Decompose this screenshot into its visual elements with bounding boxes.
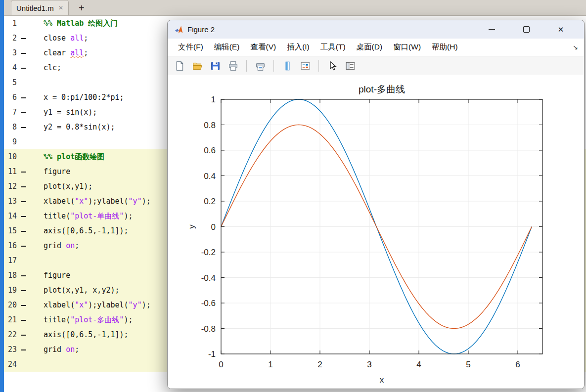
window-controls: ✕ bbox=[468, 20, 584, 39]
close-icon: ✕ bbox=[558, 25, 564, 34]
line-number[interactable]: 5 bbox=[4, 78, 17, 87]
toolbar-new-figure-button[interactable] bbox=[173, 59, 186, 72]
code-text: close all; bbox=[30, 34, 88, 43]
svg-text:-0.8: -0.8 bbox=[201, 324, 216, 334]
code-text: grid on; bbox=[30, 241, 79, 250]
menu-item-tools[interactable]: 工具(T) bbox=[315, 39, 351, 56]
executable-line-marker[interactable] bbox=[17, 63, 30, 72]
executable-line-marker[interactable] bbox=[17, 315, 30, 324]
executable-line-marker[interactable] bbox=[17, 34, 30, 43]
executable-line-marker[interactable] bbox=[17, 271, 30, 280]
line-number[interactable]: 2 bbox=[4, 34, 17, 43]
desktop-edge bbox=[0, 0, 4, 392]
line-number[interactable]: 18 bbox=[4, 271, 17, 280]
line-number[interactable]: 24 bbox=[4, 360, 17, 369]
svg-text:plot-多曲线: plot-多曲线 bbox=[359, 84, 405, 94]
executable-line-marker[interactable] bbox=[17, 48, 30, 57]
executable-line-marker[interactable] bbox=[17, 167, 30, 176]
menu-item-file[interactable]: 文件(F) bbox=[173, 39, 209, 56]
menu-item-edit[interactable]: 编辑(E) bbox=[209, 39, 245, 56]
line-number[interactable]: 11 bbox=[4, 167, 17, 176]
menu-item-window[interactable]: 窗口(W) bbox=[388, 39, 426, 56]
new-figure-icon bbox=[175, 61, 185, 71]
line-number[interactable]: 3 bbox=[4, 48, 17, 57]
toolbar-open-file-button[interactable] bbox=[190, 59, 204, 72]
toolbar-save-figure-button[interactable] bbox=[208, 59, 222, 72]
line-number[interactable]: 10 bbox=[4, 152, 17, 161]
svg-text:0.4: 0.4 bbox=[204, 172, 216, 181]
window-title: Figure 2 bbox=[187, 25, 468, 34]
line-number[interactable]: 8 bbox=[4, 123, 17, 131]
save-figure-icon bbox=[210, 61, 221, 71]
menu-item-insert[interactable]: 插入(I) bbox=[281, 39, 315, 56]
line-number[interactable]: 7 bbox=[4, 108, 17, 117]
toolbar-edit-plot-button[interactable] bbox=[325, 59, 339, 72]
maximize-button[interactable] bbox=[515, 20, 538, 39]
minimize-button[interactable] bbox=[480, 20, 503, 39]
executable-line-marker[interactable] bbox=[17, 241, 30, 250]
svg-text:-1: -1 bbox=[208, 349, 216, 359]
plot-canvas: 0123456-1-0.8-0.6-0.4-0.200.20.40.60.81p… bbox=[168, 75, 584, 389]
toolbar-print-figure-button[interactable] bbox=[226, 59, 240, 72]
line-number[interactable]: 17 bbox=[4, 256, 17, 265]
line-number[interactable]: 12 bbox=[4, 182, 17, 191]
executable-line-marker[interactable] bbox=[17, 286, 30, 295]
figure-title-bar[interactable]: Figure 2 ✕ bbox=[168, 20, 584, 39]
property-inspector-icon bbox=[345, 61, 356, 71]
code-text: grid on; bbox=[30, 345, 79, 354]
line-number[interactable]: 13 bbox=[4, 197, 17, 206]
line-number[interactable]: 14 bbox=[4, 212, 17, 220]
line-number[interactable]: 9 bbox=[4, 137, 17, 146]
line-number[interactable]: 23 bbox=[4, 345, 17, 354]
svg-text:3: 3 bbox=[367, 360, 371, 369]
code-text: clc; bbox=[30, 63, 61, 72]
executable-line-marker[interactable] bbox=[17, 197, 30, 206]
line-number[interactable]: 22 bbox=[4, 330, 17, 339]
svg-text:0.2: 0.2 bbox=[204, 197, 216, 206]
code-text: plot(x,y1, x,y2); bbox=[30, 286, 120, 295]
svg-text:x: x bbox=[380, 375, 384, 385]
tab-untitled1[interactable]: Untitled1.m ✕ bbox=[11, 0, 69, 15]
figure-window: Figure 2 ✕ 文件(F)编辑(E)查看(V)插入(I)工具(T)桌面(D… bbox=[167, 20, 585, 389]
executable-line-marker[interactable] bbox=[17, 345, 30, 354]
toolbar-print-preview-button[interactable] bbox=[253, 59, 267, 72]
executable-line-marker[interactable] bbox=[17, 330, 30, 339]
code-text: xlabel("x");ylabel("y"); bbox=[30, 301, 151, 309]
toolbar-property-inspector-button[interactable] bbox=[343, 59, 357, 72]
dock-arrow-icon[interactable]: ↘ bbox=[573, 39, 578, 56]
svg-text:1: 1 bbox=[268, 360, 272, 369]
toolbar-insert-legend-button[interactable] bbox=[298, 59, 312, 72]
open-file-icon bbox=[192, 61, 203, 71]
executable-line-marker[interactable] bbox=[17, 123, 30, 131]
line-number[interactable]: 21 bbox=[4, 315, 17, 324]
menu-item-view[interactable]: 查看(V) bbox=[245, 39, 281, 56]
line-number[interactable]: 4 bbox=[4, 63, 17, 72]
executable-line-marker[interactable] bbox=[17, 301, 30, 309]
executable-line-marker[interactable] bbox=[17, 182, 30, 191]
plot-svg: 0123456-1-0.8-0.6-0.4-0.200.20.40.60.81p… bbox=[168, 75, 583, 388]
code-text: y1 = sin(x); bbox=[30, 108, 97, 117]
editor-tab-bar: Untitled1.m ✕ + bbox=[4, 0, 586, 16]
executable-line-marker[interactable] bbox=[17, 212, 30, 220]
executable-line-marker[interactable] bbox=[17, 108, 30, 117]
menu-item-desktop[interactable]: 桌面(D) bbox=[351, 39, 388, 56]
line-number[interactable]: 16 bbox=[4, 241, 17, 250]
new-tab-button[interactable]: + bbox=[75, 0, 89, 15]
executable-line-marker[interactable] bbox=[17, 226, 30, 235]
svg-text:0.6: 0.6 bbox=[204, 146, 216, 155]
toolbar-separator bbox=[246, 60, 247, 72]
svg-text:2: 2 bbox=[317, 360, 322, 369]
matlab-icon bbox=[174, 25, 183, 34]
print-preview-icon bbox=[255, 61, 266, 71]
tab-close-icon[interactable]: ✕ bbox=[58, 4, 63, 11]
menu-item-help[interactable]: 帮助(H) bbox=[426, 39, 463, 56]
line-number[interactable]: 19 bbox=[4, 286, 17, 295]
line-number[interactable]: 20 bbox=[4, 301, 17, 309]
line-number[interactable]: 1 bbox=[4, 19, 17, 28]
code-text: x = 0:pi/100:2*pi; bbox=[30, 93, 124, 102]
close-button[interactable]: ✕ bbox=[549, 20, 572, 39]
toolbar-insert-colorbar-button[interactable] bbox=[280, 59, 294, 72]
line-number[interactable]: 15 bbox=[4, 226, 17, 235]
line-number[interactable]: 6 bbox=[4, 93, 17, 102]
executable-line-marker[interactable] bbox=[17, 93, 30, 102]
